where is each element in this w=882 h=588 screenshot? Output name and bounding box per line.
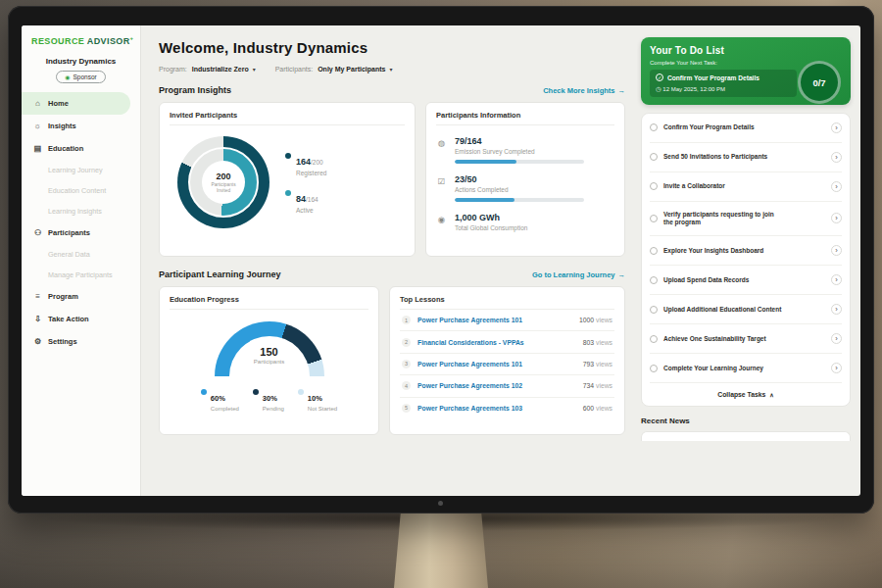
sponsor-label: Sponsor [74,74,97,80]
legend-completed: 60% Completed [201,387,239,412]
sidebar-item-insights[interactable]: ☼ Insights [22,115,140,137]
insights-icon: ☼ [33,122,42,130]
home-icon: ⌂ [33,99,42,108]
legend-dot [201,389,207,395]
lesson-link[interactable]: Power Purchase Agreements 101 [417,361,576,368]
todo-progress-ring: 0/7 [798,61,841,104]
sidebar-item-home[interactable]: ⌂ Home [22,92,130,115]
sidebar-item-participants[interactable]: ⚇ Participants [22,221,140,244]
education-icon: ▤ [33,144,42,153]
lesson-link[interactable]: Power Purchase Agreements 101 [417,317,572,323]
next-task-chip[interactable]: ✓ Confirm Your Program Details ◷ 12 May … [650,70,797,97]
task-row[interactable]: Upload Spend Data Records › [650,266,842,295]
task-checkbox[interactable] [650,153,658,161]
program-filter-value[interactable]: Industrialize Zero [192,66,249,73]
task-checkbox[interactable] [650,335,658,343]
task-checkbox[interactable] [650,306,658,314]
take-action-icon: ⇩ [33,315,42,323]
chevron-down-icon: ▾ [253,67,256,73]
clock-icon: ◷ [656,85,662,92]
program-insights-header: Program Insights Check More Insights→ [159,85,625,95]
dashboard-screen: RESOURCE ADVISOR+ Industry Dynamics ◉ Sp… [22,25,860,496]
participants-filter-value[interactable]: Only My Participants [318,66,385,73]
check-icon: ✓ [656,74,663,81]
chevron-right-icon[interactable]: › [831,122,842,133]
gauge-center: 150 Participants [215,346,324,365]
task-checkbox[interactable] [650,247,658,255]
sidebar-item-program[interactable]: ≡ Program [22,285,140,308]
sidebar-item-manage-participants[interactable]: Manage Participants [22,265,140,285]
chevron-down-icon: ▾ [389,67,392,73]
chevron-right-icon[interactable]: › [831,152,842,163]
education-gauge-chart: 150 Participants [215,321,324,376]
program-insights-title: Program Insights [159,85,231,95]
lesson-link[interactable]: Power Purchase Agreements 102 [417,382,576,389]
legend-dot [298,389,304,395]
program-filter[interactable]: Program: Industrialize Zero ▾ [159,66,256,73]
emission-survey-row: ◍ 79/164 Emission Survey Completed [436,136,614,164]
arrow-right-icon: → [618,270,626,279]
chevron-right-icon[interactable]: › [831,363,842,373]
task-row[interactable]: Complete Your Learning Journey › [650,354,842,383]
check-more-insights-link[interactable]: Check More Insights→ [543,86,625,95]
task-checkbox[interactable] [650,182,658,190]
task-checkbox[interactable] [650,215,658,222]
sidebar-item-education-content[interactable]: Education Content [22,180,140,201]
insights-cards: Invited Participants 200 Participants In… [159,102,625,257]
task-row[interactable]: Confirm Your Program Details › [650,114,842,143]
todo-panel: Your To Do List Complete Your Next Task:… [637,25,860,496]
education-progress-card: Education Progress 150 Participants [159,286,379,435]
progress-bar [455,160,584,164]
sidebar-item-general-data[interactable]: General Data [22,244,140,265]
task-row[interactable]: Achieve One Sustainability Target › [650,324,842,354]
lesson-link[interactable]: Financial Considerations - VPPAs [417,339,576,346]
arrow-right-icon: → [618,86,626,95]
collapse-tasks-button[interactable]: Collapse Tasks ∧ [650,383,842,406]
lesson-link[interactable]: Power Purchase Agreements 103 [417,405,576,412]
recent-news-title: Recent News [641,416,851,425]
sidebar-item-learning-insights[interactable]: Learning Insights [22,201,140,221]
lesson-row: 1 Power Purchase Agreements 101 1000view… [400,310,614,331]
learning-journey-header: Participant Learning Journey Go to Learn… [159,270,625,279]
chevron-right-icon[interactable]: › [831,181,842,192]
legend-dot [285,153,291,159]
checklist-icon: ☑ [436,174,447,202]
task-row[interactable]: Verify participants requesting to join t… [650,202,842,237]
chevron-right-icon[interactable]: › [831,213,842,223]
participants-icon: ⚇ [33,228,42,237]
actions-completed-row: ☑ 23/50 Actions Completed [436,174,614,202]
sidebar-item-take-action[interactable]: ⇩ Take Action [22,308,140,330]
sponsor-icon: ◉ [65,74,70,80]
task-checkbox[interactable] [650,276,658,284]
consumption-row: ◉ 1,000 GWh Total Global Consumption [436,213,614,231]
task-row[interactable]: Send 50 Invitations to Participants › [650,143,842,172]
rank-badge: 5 [402,404,411,413]
go-to-learning-journey-link[interactable]: Go to Learning Journey→ [532,270,625,279]
chevron-right-icon[interactable]: › [831,333,842,344]
task-row[interactable]: Upload Additional Educational Content › [650,295,842,324]
sponsor-badge: ◉ Sponsor [56,71,105,83]
legend-not-started: 10% Not Started [298,387,337,412]
task-checkbox[interactable] [650,123,658,131]
task-row[interactable]: Explore Your Insights Dashboard › [650,236,842,266]
sidebar-item-learning-journey[interactable]: Learning Journey [22,160,140,180]
task-row[interactable]: Invite a Collaborator › [650,172,842,202]
sidebar-item-settings[interactable]: ⚙ Settings [22,330,140,353]
program-icon: ≡ [33,292,42,301]
donut-center: 200 Participants Invited [202,161,245,204]
filter-bar: Program: Industrialize Zero ▾ Participan… [159,66,625,73]
chevron-right-icon[interactable]: › [831,304,842,315]
chevron-right-icon[interactable]: › [831,274,842,285]
chevron-right-icon[interactable]: › [831,245,842,256]
brand-logo: RESOURCE ADVISOR+ [22,35,140,46]
sidebar-nav: ⌂ Home ☼ Insights ▤ Education Learning J… [22,92,140,353]
task-checkbox[interactable] [650,365,658,372]
meter-icon: ◍ [436,136,447,164]
lesson-row: 2 Financial Considerations - VPPAs 803vi… [400,331,614,353]
sidebar-item-education[interactable]: ▤ Education [22,137,140,160]
monitor-stand [394,514,488,588]
learning-cards: Education Progress 150 Participants [159,286,625,435]
top-lessons-card: Top Lessons 1 Power Purchase Agreements … [389,286,625,435]
monitor-bezel: RESOURCE ADVISOR+ Industry Dynamics ◉ Sp… [8,6,874,514]
participants-filter[interactable]: Participants: Only My Participants ▾ [275,66,393,73]
